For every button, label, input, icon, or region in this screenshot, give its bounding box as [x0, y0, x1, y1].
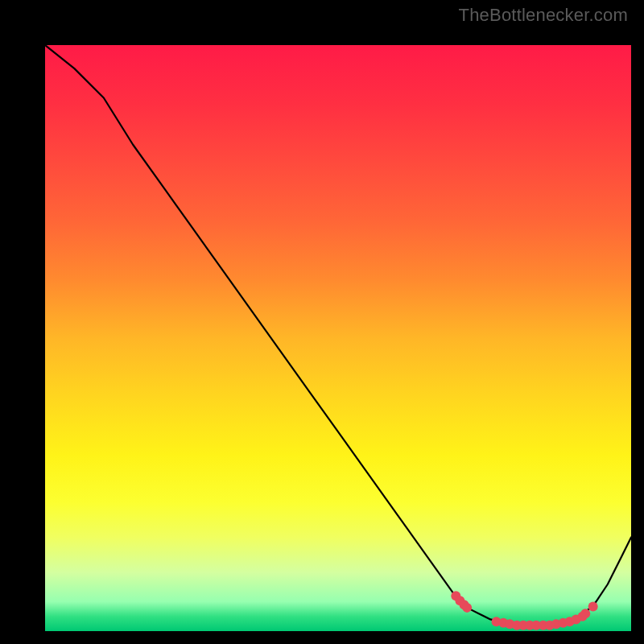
bottleneck-chart: [45, 45, 631, 631]
watermark-text: TheBottlenecker.com: [459, 5, 628, 26]
gradient-background: [45, 45, 631, 631]
marker-dot: [462, 603, 472, 613]
marker-dot: [580, 609, 590, 618]
chart-frame: [16, 16, 628, 628]
marker-dot: [588, 601, 598, 611]
